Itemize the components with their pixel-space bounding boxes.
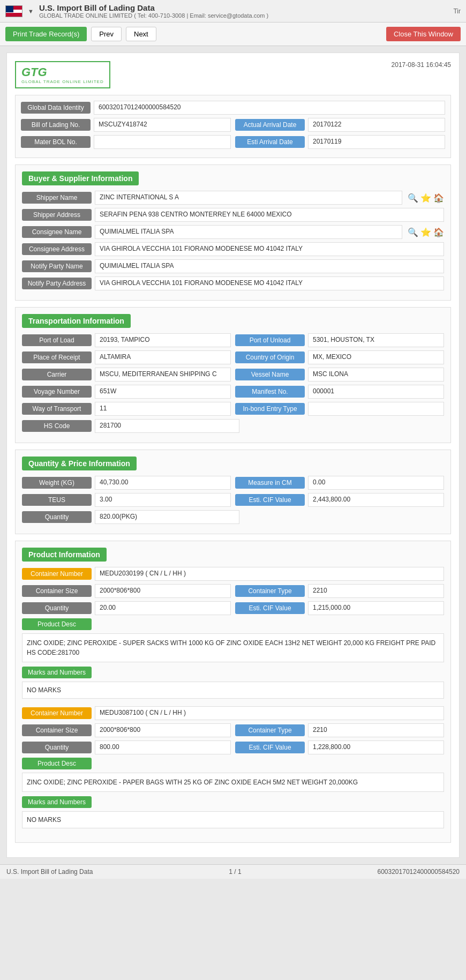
quantity-label: Quantity (22, 511, 92, 523)
consignee-address-value: VIA GHIROLA VECCHIA 101 FIORANO MODENESE… (95, 242, 444, 256)
actual-arrival-label: Actual Arrival Date (235, 119, 305, 131)
container-2-cif-label: Esti. CIF Value (235, 742, 305, 753)
esti-arrival-value: 20170119 (308, 135, 445, 149)
place-receipt-country-row: Place of Receipt ALTAMIRA Country of Ori… (22, 350, 444, 364)
container-2-qty-cif-row: Quantity 800.00 Esti. CIF Value 1,228,80… (22, 740, 444, 754)
bol-value: MSCUZY418742 (94, 118, 231, 132)
measure-value: 0.00 (308, 476, 444, 490)
mater-bol-label: Mater BOL No. (21, 136, 91, 148)
measure-half: Measure in CM 0.00 (235, 476, 444, 490)
prev-button[interactable]: Prev (91, 27, 122, 41)
consignee-search-icon[interactable]: 🔍 (408, 227, 418, 237)
country-origin-half: Country of Origin MX, MEXICO (235, 350, 444, 364)
teus-label: TEUS (22, 494, 92, 506)
header-right: Tir (453, 8, 461, 15)
logo-gto: GTG (21, 65, 104, 79)
container-1-qty-cif-row: Quantity 20.00 Esti. CIF Value 1,215,000… (22, 601, 444, 615)
buyer-supplier-section: Buyer & Supplier Information Shipper Nam… (15, 164, 451, 301)
us-flag-icon (5, 5, 22, 17)
consignee-icons: 🔍 ⭐ 🏠 (408, 227, 444, 237)
consignee-star-icon[interactable]: ⭐ (420, 227, 431, 237)
carrier-vessel-row: Carrier MSCU, MEDITERRANEAN SHIPPING C V… (22, 368, 444, 381)
consignee-address-label: Consignee Address (22, 243, 92, 255)
notify-party-address-label: Notify Party Address (22, 278, 92, 289)
container-2-type-half: Container Type 2210 (235, 723, 444, 737)
container-2-size-label: Container Size (22, 724, 92, 736)
voyage-value: 651W (95, 385, 231, 399)
way-transport-half: Way of Transport 11 (22, 402, 231, 416)
container-1-qty-label: Quantity (22, 602, 92, 614)
vessel-label: Vessel Name (235, 369, 305, 380)
inbond-half: In-bond Entry Type (235, 402, 444, 416)
container-1: Container Number MEDU2030199 ( CN / L / … (22, 567, 444, 699)
vessel-value: MSC ILONA (308, 368, 444, 381)
container-1-number-row: Container Number MEDU2030199 ( CN / L / … (22, 567, 444, 581)
container-1-cif-label: Esti. CIF Value (235, 602, 305, 614)
print-button[interactable]: Print Trade Record(s) (5, 27, 87, 41)
close-button[interactable]: Close This Window (386, 27, 461, 41)
container-1-number-label: Container Number (22, 568, 92, 580)
notify-party-name-label: Notify Party Name (22, 260, 92, 272)
footer-page: 1 / 1 (229, 868, 241, 876)
transportation-section: Transportation Information Port of Load … (15, 307, 451, 443)
header-subtitle: GLOBAL TRADE ONLINE LIMITED ( Tel: 400-7… (39, 12, 268, 19)
container-2-marks-label: Marks and Numbers (22, 796, 92, 808)
teus-cif-row: TEUS 3.00 Esti. CIF Value 2,443,800.00 (22, 493, 444, 507)
hs-code-label: HS Code (22, 420, 92, 432)
esti-cif-label: Esti. CIF Value (235, 494, 305, 506)
manifest-half: Manifest No. 000001 (235, 385, 444, 399)
notify-party-name-row: Notify Party Name QUIMIALMEL ITALIA SPA (22, 259, 444, 273)
container-2-size-half: Container Size 2000*806*800 (22, 723, 231, 737)
shipper-icons: 🔍 ⭐ 🏠 (408, 193, 444, 203)
container-2-qty-value: 800.00 (95, 740, 231, 754)
container-1-size-value: 2000*806*800 (95, 584, 231, 598)
consignee-name-row: Consignee Name QUIMIALMEL ITALIA SPA 🔍 ⭐… (22, 225, 444, 239)
mater-esti-row: Mater BOL No. Esti Arrival Date 20170119 (21, 135, 445, 149)
teus-half: TEUS 3.00 (22, 493, 231, 507)
container-1-size-half: Container Size 2000*806*800 (22, 584, 231, 598)
notify-party-name-value: QUIMIALMEL ITALIA SPA (95, 259, 444, 273)
port-unload-half: Port of Unload 5301, HOUSTON, TX (235, 333, 444, 347)
container-2-type-label: Container Type (235, 724, 305, 736)
carrier-half: Carrier MSCU, MEDITERRANEAN SHIPPING C (22, 368, 231, 381)
weight-value: 40,730.00 (95, 476, 231, 490)
container-1-marks-row: Marks and Numbers (22, 667, 444, 678)
weight-measure-row: Weight (KG) 40,730.00 Measure in CM 0.00 (22, 476, 444, 490)
container-2-number-row: Container Number MEDU3087100 ( CN / L / … (22, 706, 444, 720)
mater-bol-value (94, 135, 231, 149)
esti-arrival-half: Esti Arrival Date 20170119 (235, 135, 445, 149)
voyage-half: Voyage Number 651W (22, 385, 231, 399)
place-receipt-half: Place of Receipt ALTAMIRA (22, 350, 231, 364)
shipper-star-icon[interactable]: ⭐ (420, 193, 431, 203)
vessel-half: Vessel Name MSC ILONA (235, 368, 444, 381)
global-data-label: Global Data Identity (21, 102, 91, 114)
footer-bar: U.S. Import Bill of Lading Data 1 / 1 60… (0, 864, 466, 879)
container-1-size-type-row: Container Size 2000*806*800 Container Ty… (22, 584, 444, 598)
quantity-price-header: Quantity & Price Information (22, 457, 137, 470)
inbond-label: In-bond Entry Type (235, 403, 305, 415)
way-transport-value: 11 (95, 402, 231, 416)
voyage-label: Voyage Number (22, 386, 92, 398)
shipper-home-icon[interactable]: 🏠 (433, 193, 444, 203)
quantity-value: 820.00(PKG) (95, 510, 239, 524)
dropdown-arrow[interactable]: ▼ (28, 8, 34, 14)
container-1-qty-value: 20.00 (95, 601, 231, 615)
product-information-header: Product Information (22, 548, 107, 562)
consignee-home-icon[interactable]: 🏠 (433, 227, 444, 237)
container-1-size-label: Container Size (22, 585, 92, 597)
container-2-marks-value: NO MARKS (22, 811, 444, 828)
shipper-search-icon[interactable]: 🔍 (408, 193, 418, 203)
quantity-price-section: Quantity & Price Information Weight (KG)… (15, 450, 451, 534)
container-2-product-desc-row: Product Desc (22, 758, 444, 769)
port-load-value: 20193, TAMPICO (95, 333, 231, 347)
consignee-address-row: Consignee Address VIA GHIROLA VECCHIA 10… (22, 242, 444, 256)
port-unload-label: Port of Unload (235, 334, 305, 346)
container-1-type-value: 2210 (308, 584, 444, 598)
next-button[interactable]: Next (126, 27, 156, 41)
notify-party-address-value: VIA GHIROLA VECCHIA 101 FIORANO MODENESE… (95, 276, 444, 290)
container-1-product-desc-value: ZINC OXIDE; ZINC PEROXIDE - SUPER SACKS … (22, 633, 444, 662)
container-2-cif-half: Esti. CIF Value 1,228,800.00 (235, 740, 444, 754)
logo-sub: GLOBAL TRADE ONLINE LIMITED (21, 79, 104, 84)
esti-cif-value: 2,443,800.00 (308, 493, 444, 507)
esti-arrival-label: Esti Arrival Date (235, 136, 305, 148)
